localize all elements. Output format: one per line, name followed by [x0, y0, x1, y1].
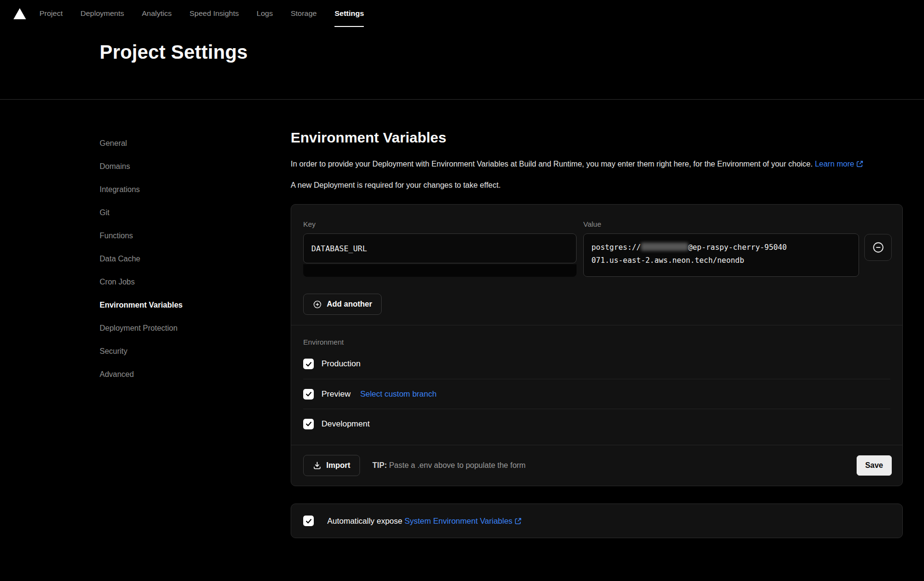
select-custom-branch-link[interactable]: Select custom branch	[360, 389, 436, 399]
sidebar-item-functions[interactable]: Functions	[100, 224, 291, 247]
value-label: Value	[583, 220, 859, 228]
sidebar-item-cron-jobs[interactable]: Cron Jobs	[100, 271, 291, 294]
key-input[interactable]	[303, 233, 577, 263]
value-input[interactable]: postgres://@ep-raspy-cherry-95040 071.us…	[583, 233, 859, 277]
env-variables-card: Key Value postgres://@ep-raspy-cherry-95…	[291, 204, 903, 486]
external-link-icon	[856, 160, 863, 168]
card-footer: Import TIP: Paste a .env above to popula…	[291, 445, 902, 486]
import-button[interactable]: Import	[303, 455, 360, 476]
env-row-production: Production	[303, 349, 890, 379]
sidebar-item-advanced[interactable]: Advanced	[100, 363, 291, 386]
key-label: Key	[303, 220, 577, 228]
tab-settings[interactable]: Settings	[334, 0, 364, 27]
deployment-note: A new Deployment is required for your ch…	[291, 181, 903, 190]
main-panel: Environment Variables In order to provid…	[291, 100, 903, 557]
add-another-button[interactable]: Add another	[303, 294, 382, 315]
auto-expose-text: Automatically expose System Environment …	[327, 516, 522, 526]
environment-label: Environment	[303, 338, 890, 346]
page-header: Project Settings	[0, 27, 924, 100]
env-row-development: Development	[303, 409, 890, 439]
tab-storage[interactable]: Storage	[291, 0, 317, 27]
learn-more-link[interactable]: Learn more	[815, 160, 863, 168]
sidebar-item-data-cache[interactable]: Data Cache	[100, 247, 291, 271]
key-value-section: Key Value postgres://@ep-raspy-cherry-95…	[291, 205, 902, 287]
vercel-logo-icon[interactable]	[13, 0, 26, 27]
auto-expose-card: Automatically expose System Environment …	[291, 504, 903, 538]
redacted-credentials	[641, 243, 688, 251]
tab-project[interactable]: Project	[39, 0, 63, 27]
system-env-variables-link[interactable]: System Environment Variables	[405, 516, 522, 525]
sidebar-item-environment-variables[interactable]: Environment Variables	[100, 294, 291, 317]
sidebar-item-git[interactable]: Git	[100, 201, 291, 224]
minus-circle-icon	[872, 241, 885, 254]
section-description: In order to provide your Deployment with…	[291, 156, 903, 171]
settings-sidebar: General Domains Integrations Git Functio…	[100, 100, 291, 557]
content: General Domains Integrations Git Functio…	[0, 100, 924, 557]
sidebar-item-integrations[interactable]: Integrations	[100, 178, 291, 201]
tab-speed-insights[interactable]: Speed Insights	[190, 0, 239, 27]
external-link-icon	[514, 517, 522, 525]
tab-logs[interactable]: Logs	[257, 0, 273, 27]
production-checkbox[interactable]	[303, 359, 314, 369]
tab-analytics[interactable]: Analytics	[142, 0, 172, 27]
preview-checkbox[interactable]	[303, 389, 314, 400]
remove-row-button[interactable]	[864, 234, 892, 261]
auto-expose-checkbox[interactable]	[303, 516, 314, 526]
sidebar-item-domains[interactable]: Domains	[100, 155, 291, 178]
key-input-extension	[303, 264, 577, 277]
tip-text: TIP: Paste a .env above to populate the …	[372, 461, 526, 470]
section-heading: Environment Variables	[291, 129, 903, 146]
plus-circle-icon	[313, 300, 322, 309]
tab-deployments[interactable]: Deployments	[80, 0, 124, 27]
nav-tabs: Project Deployments Analytics Speed Insi…	[39, 0, 364, 27]
save-button[interactable]: Save	[857, 455, 892, 476]
download-icon	[313, 461, 321, 470]
environment-section: Environment Production Preview Select cu	[291, 325, 902, 445]
sidebar-item-general[interactable]: General	[100, 132, 291, 155]
env-row-preview: Preview Select custom branch	[303, 379, 890, 409]
development-checkbox[interactable]	[303, 419, 314, 429]
sidebar-item-security[interactable]: Security	[100, 340, 291, 363]
top-navigation: Project Deployments Analytics Speed Insi…	[0, 0, 924, 27]
page-title: Project Settings	[100, 41, 924, 63]
sidebar-item-deployment-protection[interactable]: Deployment Protection	[100, 317, 291, 340]
